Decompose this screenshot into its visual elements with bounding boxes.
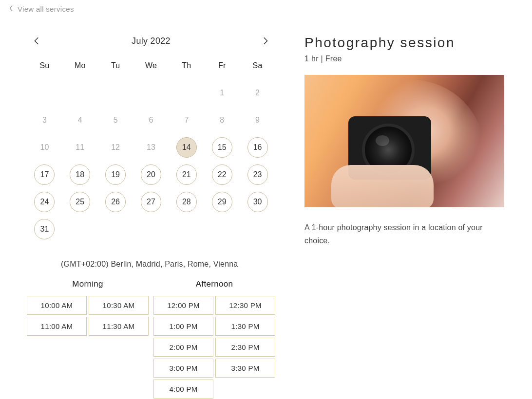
calendar-day-number: 26: [105, 192, 126, 212]
calendar-day-11: 11: [62, 137, 98, 158]
calendar-day-number: 2: [247, 83, 268, 103]
calendar-dow: Mo: [62, 61, 98, 76]
calendar-day-number: 16: [247, 137, 268, 158]
calendar-dow: We: [133, 61, 169, 76]
calendar-day-17[interactable]: 17: [27, 164, 62, 185]
calendar-day-21[interactable]: 21: [169, 164, 204, 185]
back-link-label: View all services: [18, 5, 74, 13]
calendar-day-31[interactable]: 31: [27, 219, 62, 239]
calendar-day-number: 9: [247, 110, 268, 130]
calendar-day-24[interactable]: 24: [27, 192, 62, 212]
calendar-day-27[interactable]: 27: [133, 192, 169, 212]
calendar-day-number: 24: [34, 192, 55, 212]
calendar-dow: Th: [169, 61, 204, 76]
calendar-day-number: 17: [34, 164, 55, 185]
calendar-dow: Tu: [98, 61, 133, 76]
calendar-day-1: 1: [204, 83, 240, 103]
calendar-blank: [98, 83, 133, 103]
timeslot-afternoon[interactable]: 2:00 PM: [153, 338, 213, 357]
calendar-day-12: 12: [98, 137, 133, 158]
afternoon-title: Afternoon: [153, 279, 275, 296]
calendar-day-4: 4: [62, 110, 98, 130]
calendar-day-number: 12: [105, 137, 126, 158]
timeslot-afternoon[interactable]: 3:30 PM: [215, 359, 275, 378]
timeslot-afternoon[interactable]: 4:00 PM: [153, 380, 213, 399]
calendar-day-number: 20: [141, 164, 161, 185]
calendar-day-number: 14: [176, 137, 197, 158]
calendar-next-button[interactable]: [260, 35, 271, 47]
calendar-day-number: 7: [176, 110, 197, 130]
calendar-day-19[interactable]: 19: [98, 164, 133, 185]
calendar-day-3: 3: [27, 110, 62, 130]
calendar-day-number: 10: [34, 137, 55, 158]
calendar-day-number: 21: [176, 164, 197, 185]
calendar-day-number: 29: [212, 192, 232, 212]
calendar-day-8: 8: [204, 110, 240, 130]
calendar-day-29[interactable]: 29: [204, 192, 240, 212]
morning-title: Morning: [27, 279, 149, 296]
calendar-day-25[interactable]: 25: [62, 192, 98, 212]
timeslot-afternoon[interactable]: 1:30 PM: [215, 317, 275, 336]
calendar-day-30[interactable]: 30: [240, 192, 275, 212]
service-image: [304, 75, 504, 207]
calendar-day-number: 27: [141, 192, 161, 212]
timeslot-morning[interactable]: 10:30 AM: [89, 296, 149, 315]
calendar-day-15[interactable]: 15: [204, 137, 240, 158]
calendar-grid: SuMoTuWeThFrSa12345678910111213141516171…: [27, 61, 275, 239]
calendar-day-13: 13: [133, 137, 169, 158]
calendar-day-9: 9: [240, 110, 275, 130]
calendar-day-22[interactable]: 22: [204, 164, 240, 185]
chevron-left-icon: [9, 5, 14, 13]
timeslot-morning[interactable]: 10:00 AM: [27, 296, 87, 315]
calendar-blank: [27, 83, 62, 103]
calendar-day-number: 4: [70, 110, 90, 130]
calendar-day-7: 7: [169, 110, 204, 130]
calendar-day-16[interactable]: 16: [240, 137, 275, 158]
service-meta: 1 hr | Free: [304, 54, 509, 75]
calendar-day-number: 30: [247, 192, 268, 212]
timeslot-morning[interactable]: 11:00 AM: [27, 317, 87, 336]
calendar-day-number: 22: [212, 164, 232, 185]
timeslot-afternoon[interactable]: 12:00 PM: [153, 296, 213, 315]
calendar-day-23[interactable]: 23: [240, 164, 275, 185]
calendar-day-number: 28: [176, 192, 197, 212]
calendar-day-number: 3: [34, 110, 55, 130]
calendar-prev-button[interactable]: [31, 35, 42, 47]
calendar-day-26[interactable]: 26: [98, 192, 133, 212]
calendar-day-5: 5: [98, 110, 133, 130]
calendar-blank: [62, 83, 98, 103]
calendar-day-number: 18: [70, 164, 90, 185]
calendar-blank: [133, 83, 169, 103]
calendar-day-number: 31: [34, 219, 55, 239]
calendar-day-number: 1: [212, 83, 232, 103]
calendar-day-number: 13: [141, 137, 161, 158]
timezone-label: (GMT+02:00) Berlin, Madrid, Paris, Rome,…: [27, 254, 275, 279]
calendar-day-number: 6: [141, 110, 161, 130]
calendar-day-number: 15: [212, 137, 232, 158]
service-description: A 1-hour photography session in a locati…: [304, 221, 504, 247]
calendar-day-number: 25: [70, 192, 90, 212]
calendar-day-number: 5: [105, 110, 126, 130]
calendar-day-number: 11: [70, 137, 90, 158]
calendar-day-14[interactable]: 14: [169, 137, 204, 158]
calendar-day-number: 19: [105, 164, 126, 185]
timeslot-afternoon[interactable]: 3:00 PM: [153, 359, 213, 378]
calendar-day-2: 2: [240, 83, 275, 103]
calendar-day-18[interactable]: 18: [62, 164, 98, 185]
calendar-day-10: 10: [27, 137, 62, 158]
calendar-day-number: 8: [212, 110, 232, 130]
calendar-day-20[interactable]: 20: [133, 164, 169, 185]
back-link[interactable]: View all services: [0, 0, 532, 13]
timeslot-morning[interactable]: 11:30 AM: [89, 317, 149, 336]
service-title: Photography session: [304, 35, 509, 54]
calendar-dow: Su: [27, 61, 62, 76]
calendar-day-number: 23: [247, 164, 268, 185]
calendar-month-title: July 2022: [132, 36, 171, 46]
calendar-day-6: 6: [133, 110, 169, 130]
calendar-day-28[interactable]: 28: [169, 192, 204, 212]
timeslot-afternoon[interactable]: 2:30 PM: [215, 338, 275, 357]
calendar-dow: Sa: [240, 61, 275, 76]
timeslot-afternoon[interactable]: 12:30 PM: [215, 296, 275, 315]
timeslot-afternoon[interactable]: 1:00 PM: [153, 317, 213, 336]
calendar-blank: [169, 83, 204, 103]
